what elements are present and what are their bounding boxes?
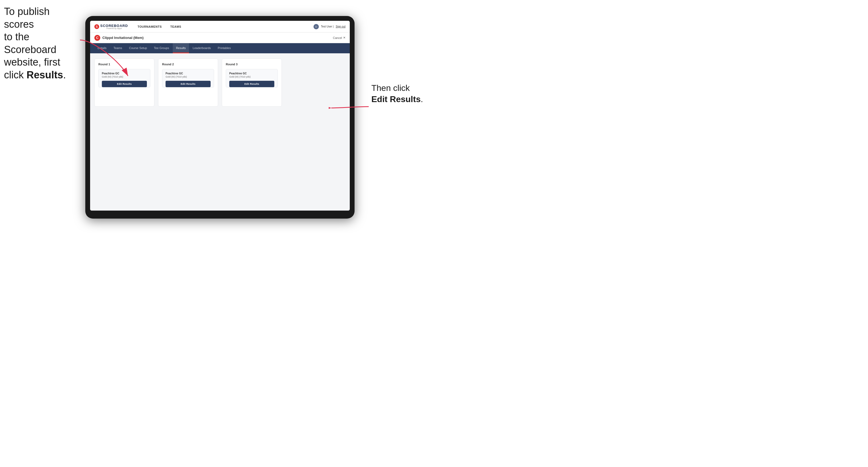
round-2-title: Round 2 [162, 63, 214, 66]
instruction-right-line2-post: . [421, 94, 423, 104]
cancel-x-icon: ✕ [343, 36, 345, 39]
round-2-course-card: Peachtree GC Gold (M) (7010 yds) Edit Re… [162, 69, 214, 87]
right-instruction: Then click Edit Results. [371, 83, 430, 105]
instruction-edit-results-bold: Edit Results [371, 94, 421, 104]
instruction-line4-pre: click [4, 69, 26, 81]
round-2-column: Round 2 Peachtree GC Gold (M) (7010 yds)… [158, 59, 218, 106]
round-3-course-card: Peachtree GC Gold (M) (7010 yds) Edit Re… [226, 69, 278, 87]
nav-teams[interactable]: TEAMS [169, 24, 183, 29]
tab-tee-groups[interactable]: Tee Groups [151, 43, 172, 53]
brand-name: SCOREBOARD [100, 24, 128, 27]
cancel-label: Cancel [333, 36, 342, 39]
round-3-title: Round 3 [226, 63, 278, 66]
user-avatar: U [313, 24, 319, 29]
brand-sub: Powered by clippd [106, 27, 122, 29]
brand-wrap: S SCOREBOARD Powered by clippd [94, 24, 131, 29]
instruction-line4-post: . [63, 69, 66, 81]
round-2-course-tee: Gold (M) (7010 yds) [165, 75, 211, 78]
round-2-course-name: Peachtree GC [165, 72, 211, 75]
rounds-grid: Round 1 Peachtree GC Gold (M) (7010 yds)… [94, 59, 345, 106]
brand-block: SCOREBOARD Powered by clippd [100, 24, 128, 29]
nav-tournaments[interactable]: TOURNAMENTS [136, 24, 163, 29]
nav-sign-out[interactable]: Sign out [336, 25, 345, 28]
instruction-results-bold: Results [26, 69, 63, 81]
instruction-line2: to the Scoreboard [4, 31, 56, 55]
brand-c-icon: S [94, 24, 99, 29]
right-arrow [329, 100, 371, 116]
round-3-edit-results-button[interactable]: Edit Results [229, 81, 274, 87]
round-3-course-name: Peachtree GC [229, 72, 274, 75]
round-3-course-tee: Gold (M) (7010 yds) [229, 75, 274, 78]
nav-right: U Test User | Sign out [313, 24, 345, 29]
tab-leaderboards[interactable]: Leaderboards [190, 43, 214, 53]
nav-user-text: Test User | [321, 25, 334, 28]
round-2-edit-results-button[interactable]: Edit Results [165, 81, 211, 87]
instruction-line1: To publish scores [4, 6, 50, 30]
cancel-button[interactable]: Cancel ✕ [333, 36, 345, 39]
instruction-right-line1: Then click [371, 83, 410, 93]
instruction-line3: website, first [4, 57, 60, 68]
round-4-column [285, 59, 345, 106]
left-instruction: To publish scores to the Scoreboard webs… [4, 5, 81, 81]
left-arrow [72, 35, 131, 83]
tab-results[interactable]: Results [173, 43, 189, 53]
top-nav: S SCOREBOARD Powered by clippd TOURNAMEN… [90, 21, 350, 33]
tab-printables[interactable]: Printables [215, 43, 234, 53]
round-3-column: Round 3 Peachtree GC Gold (M) (7010 yds)… [222, 59, 282, 106]
